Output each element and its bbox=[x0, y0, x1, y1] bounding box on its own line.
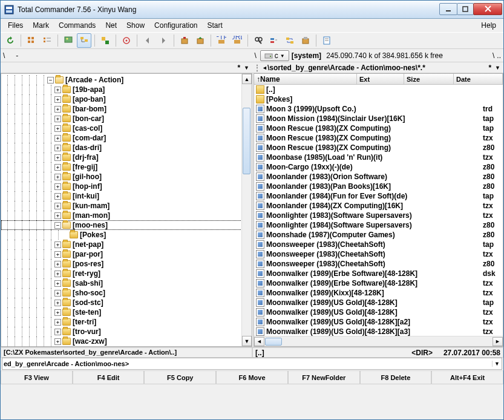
file-row[interactable]: Moonlander (1983)(Orion Software)z80 bbox=[254, 172, 503, 182]
full-view-icon[interactable] bbox=[40, 33, 54, 48]
f5-copy-button[interactable]: F5 Copy bbox=[144, 370, 216, 384]
expander-icon[interactable]: + bbox=[54, 241, 61, 248]
f4-edit-button[interactable]: F4 Edit bbox=[73, 370, 145, 384]
tree-node[interactable]: +[wac-zxw] bbox=[1, 336, 252, 346]
scroll-down-icon[interactable]: ▼ bbox=[242, 336, 252, 346]
expander-icon[interactable]: + bbox=[54, 309, 61, 316]
expander-icon[interactable]: + bbox=[54, 125, 61, 132]
tree-node[interactable]: −[moo-nes] bbox=[1, 220, 252, 230]
tree-node[interactable]: +[das-dri] bbox=[1, 143, 252, 153]
menu-configuration[interactable]: Configuration bbox=[149, 20, 202, 31]
expander-icon[interactable]: + bbox=[54, 329, 61, 335]
expander-icon[interactable]: + bbox=[54, 183, 61, 190]
expander-icon[interactable]: + bbox=[54, 271, 61, 277]
file-row[interactable]: Moon-Cargo (19xx)(-)(de)z80 bbox=[254, 162, 503, 172]
history-button[interactable]: * bbox=[235, 64, 242, 72]
file-row[interactable]: Moonwalker (1989)(US Gold)[48-128K][a2]t… bbox=[254, 317, 503, 327]
forward-icon[interactable] bbox=[156, 33, 171, 48]
file-row[interactable]: Moonwalker (1989)(US Gold)[48-128K][a3]t… bbox=[254, 327, 503, 336]
expander-icon[interactable]: − bbox=[47, 77, 54, 84]
scroll-up-icon[interactable]: ▲ bbox=[242, 74, 252, 84]
menu-net[interactable]: Net bbox=[100, 20, 122, 31]
menu-show[interactable]: Show bbox=[122, 20, 149, 31]
horizontal-scrollbar[interactable]: ◄ ► bbox=[254, 336, 503, 346]
refresh-icon[interactable] bbox=[3, 33, 18, 48]
tree-node[interactable]: +[ret-ryg] bbox=[1, 269, 252, 278]
tree-node[interactable]: +[sab-shi] bbox=[1, 278, 252, 288]
menu-files[interactable]: Files bbox=[3, 20, 28, 31]
file-row[interactable]: Moon Rescue (1983)(ZX Computing)tzx bbox=[254, 133, 503, 143]
tree-node[interactable]: +[19b-apa] bbox=[1, 85, 252, 94]
f8-delete-button[interactable]: F8 Delete bbox=[360, 370, 432, 384]
search-icon[interactable] bbox=[251, 33, 266, 48]
tree-node[interactable]: +[pos-res] bbox=[1, 259, 252, 269]
unpack-icon[interactable] bbox=[193, 33, 208, 48]
close-button[interactable] bbox=[473, 3, 502, 15]
f7-newfolder-button[interactable]: F7 NewFolder bbox=[288, 370, 360, 384]
tree-node[interactable]: +[int-kui] bbox=[1, 191, 252, 201]
right-file-list[interactable]: [..][Pokes]Moon 3 (1999)(Upsoft Co.)trdM… bbox=[254, 85, 503, 336]
expander-icon[interactable]: + bbox=[54, 203, 61, 209]
tree-node[interactable]: +[bon-car] bbox=[1, 114, 252, 123]
file-row[interactable]: [..] bbox=[254, 85, 503, 94]
ftp-connect-icon[interactable]: FTP bbox=[214, 33, 229, 48]
col-name[interactable]: ↑Name bbox=[254, 74, 357, 84]
expander-icon[interactable]: + bbox=[54, 87, 61, 93]
altf4-exit-button[interactable]: Alt+F4 Exit bbox=[431, 370, 503, 384]
scroll-right-icon[interactable]: ► bbox=[493, 337, 503, 346]
expander-icon[interactable]: + bbox=[54, 154, 61, 161]
file-row[interactable]: Moonsweeper (1983)(CheetahSoft)z80 bbox=[254, 259, 503, 269]
up-button-small[interactable]: .. bbox=[497, 51, 501, 60]
file-row[interactable]: Moonwalker (1989)(Kixx)[48-128K]tzx bbox=[254, 288, 503, 298]
drive-button-c[interactable]: c ▼ bbox=[260, 50, 289, 61]
file-row[interactable]: Moonsweeper (1983)(CheetahSoft)tap bbox=[254, 240, 503, 249]
left-tree[interactable]: −[Arcade - Action]+[19b-apa]+[apo-ban]+[… bbox=[1, 74, 252, 346]
tree-node[interactable]: [Pokes] bbox=[1, 230, 252, 240]
ftp-icon[interactable] bbox=[119, 33, 134, 48]
sync-dirs-icon[interactable] bbox=[283, 33, 297, 48]
maximize-button[interactable] bbox=[457, 3, 474, 15]
tree-node[interactable]: +[sod-stc] bbox=[1, 298, 252, 307]
tree-node[interactable]: +[kun-mam] bbox=[1, 201, 252, 211]
back-icon[interactable] bbox=[140, 33, 155, 48]
file-row[interactable]: Moonlander (1983)(Pan Books)[16K]z80 bbox=[254, 182, 503, 191]
thumb-view-icon[interactable] bbox=[61, 33, 76, 48]
tree-node[interactable]: +[par-por] bbox=[1, 249, 252, 259]
minimize-button[interactable] bbox=[439, 3, 457, 15]
tree-node[interactable]: +[bar-bom] bbox=[1, 104, 252, 114]
expander-icon[interactable]: + bbox=[54, 300, 61, 306]
chevron-down-icon[interactable]: ▼ bbox=[492, 361, 502, 367]
invert-selection-icon[interactable] bbox=[98, 33, 113, 48]
expander-icon[interactable]: + bbox=[54, 145, 61, 151]
scroll-thumb[interactable] bbox=[243, 108, 250, 174]
chevron-down-icon[interactable]: ▼ bbox=[242, 65, 251, 71]
tree-node[interactable]: −[Arcade - Action] bbox=[1, 75, 252, 85]
right-path-bar[interactable]: ⋮ ◄ \sorted_by_genre\Arcade - Action\moo… bbox=[252, 62, 503, 73]
expander-icon[interactable]: + bbox=[54, 251, 61, 258]
tree-node[interactable]: +[cas-col] bbox=[1, 123, 252, 133]
expander-icon[interactable]: + bbox=[54, 338, 61, 345]
col-ext[interactable]: Ext bbox=[357, 74, 404, 84]
expander-icon[interactable]: + bbox=[54, 280, 61, 287]
scroll-left-icon[interactable]: ◄ bbox=[254, 337, 264, 346]
menu-commands[interactable]: Commands bbox=[54, 20, 100, 31]
command-line[interactable]: ed_by_genre\Arcade - Action\moo-nes> ▼ bbox=[2, 358, 502, 370]
pack-icon[interactable] bbox=[177, 33, 192, 48]
expander-icon[interactable]: + bbox=[54, 116, 61, 122]
scroll-thumb[interactable] bbox=[265, 338, 282, 346]
menu-help[interactable]: Help bbox=[476, 20, 501, 31]
tree-node[interactable]: +[com-dar] bbox=[1, 133, 252, 143]
chevron-down-icon[interactable]: ▼ bbox=[493, 65, 502, 71]
tree-node[interactable]: +[man-mon] bbox=[1, 211, 252, 220]
expander-icon[interactable]: + bbox=[54, 261, 61, 267]
file-row[interactable]: Moon Rescue (1983)(ZX Computing)z80 bbox=[254, 143, 503, 153]
expander-icon[interactable]: + bbox=[54, 174, 61, 180]
tree-node[interactable]: +[gil-hoo] bbox=[1, 172, 252, 182]
expander-icon[interactable]: + bbox=[54, 193, 61, 200]
tree-node[interactable]: +[tro-vur] bbox=[1, 327, 252, 336]
menu-start[interactable]: Start bbox=[202, 20, 227, 31]
file-row[interactable]: Moonwalker (1989)(US Gold)[48-128K]tzx bbox=[254, 307, 503, 317]
menu-mark[interactable]: Mark bbox=[28, 20, 54, 31]
file-row[interactable]: Moon Mission (1984)(Sinclair User)[16K]t… bbox=[254, 114, 503, 123]
tree-node[interactable]: +[apo-ban] bbox=[1, 94, 252, 104]
